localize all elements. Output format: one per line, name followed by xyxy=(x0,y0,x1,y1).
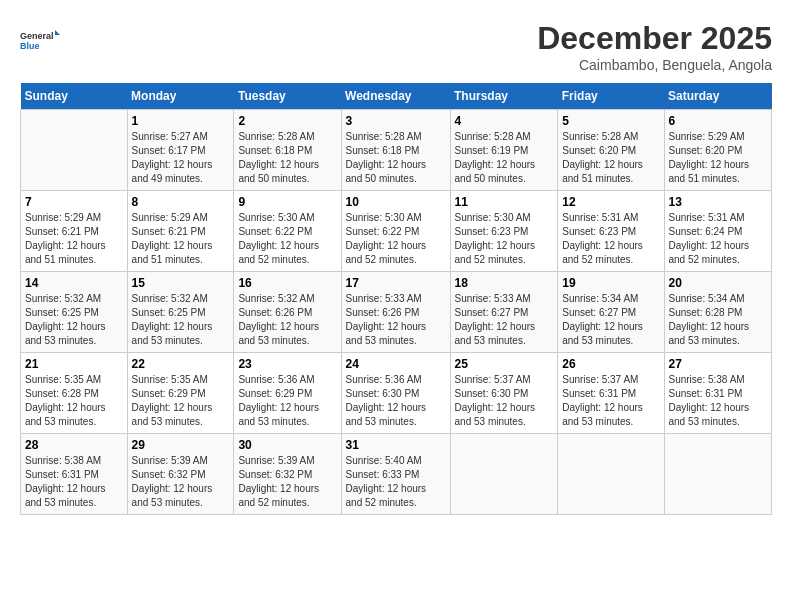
calendar-cell: 9Sunrise: 5:30 AM Sunset: 6:22 PM Daylig… xyxy=(234,191,341,272)
cell-info: Sunrise: 5:40 AM Sunset: 6:33 PM Dayligh… xyxy=(346,454,446,510)
calendar-cell: 15Sunrise: 5:32 AM Sunset: 6:25 PM Dayli… xyxy=(127,272,234,353)
cell-info: Sunrise: 5:30 AM Sunset: 6:22 PM Dayligh… xyxy=(346,211,446,267)
date-number: 3 xyxy=(346,114,446,128)
calendar-cell: 8Sunrise: 5:29 AM Sunset: 6:21 PM Daylig… xyxy=(127,191,234,272)
calendar-cell: 29Sunrise: 5:39 AM Sunset: 6:32 PM Dayli… xyxy=(127,434,234,515)
calendar-cell: 26Sunrise: 5:37 AM Sunset: 6:31 PM Dayli… xyxy=(558,353,664,434)
calendar-cell: 4Sunrise: 5:28 AM Sunset: 6:19 PM Daylig… xyxy=(450,110,558,191)
calendar-table: SundayMondayTuesdayWednesdayThursdayFrid… xyxy=(20,83,772,515)
cell-info: Sunrise: 5:32 AM Sunset: 6:25 PM Dayligh… xyxy=(25,292,123,348)
calendar-cell xyxy=(21,110,128,191)
date-number: 27 xyxy=(669,357,768,371)
cell-info: Sunrise: 5:31 AM Sunset: 6:24 PM Dayligh… xyxy=(669,211,768,267)
svg-text:Blue: Blue xyxy=(20,41,40,51)
calendar-day-header: Saturday xyxy=(664,83,772,110)
calendar-header-row: SundayMondayTuesdayWednesdayThursdayFrid… xyxy=(21,83,772,110)
date-number: 23 xyxy=(238,357,336,371)
calendar-cell: 6Sunrise: 5:29 AM Sunset: 6:20 PM Daylig… xyxy=(664,110,772,191)
calendar-cell: 21Sunrise: 5:35 AM Sunset: 6:28 PM Dayli… xyxy=(21,353,128,434)
calendar-cell: 5Sunrise: 5:28 AM Sunset: 6:20 PM Daylig… xyxy=(558,110,664,191)
cell-info: Sunrise: 5:29 AM Sunset: 6:21 PM Dayligh… xyxy=(132,211,230,267)
date-number: 4 xyxy=(455,114,554,128)
calendar-day-header: Tuesday xyxy=(234,83,341,110)
date-number: 7 xyxy=(25,195,123,209)
date-number: 5 xyxy=(562,114,659,128)
calendar-cell: 20Sunrise: 5:34 AM Sunset: 6:28 PM Dayli… xyxy=(664,272,772,353)
calendar-cell: 13Sunrise: 5:31 AM Sunset: 6:24 PM Dayli… xyxy=(664,191,772,272)
calendar-day-header: Monday xyxy=(127,83,234,110)
cell-info: Sunrise: 5:29 AM Sunset: 6:21 PM Dayligh… xyxy=(25,211,123,267)
calendar-row: 28Sunrise: 5:38 AM Sunset: 6:31 PM Dayli… xyxy=(21,434,772,515)
title-section: December 2025 Caimbambo, Benguela, Angol… xyxy=(537,20,772,73)
date-number: 19 xyxy=(562,276,659,290)
calendar-body: 1Sunrise: 5:27 AM Sunset: 6:17 PM Daylig… xyxy=(21,110,772,515)
date-number: 22 xyxy=(132,357,230,371)
cell-info: Sunrise: 5:33 AM Sunset: 6:26 PM Dayligh… xyxy=(346,292,446,348)
calendar-cell: 23Sunrise: 5:36 AM Sunset: 6:29 PM Dayli… xyxy=(234,353,341,434)
date-number: 1 xyxy=(132,114,230,128)
cell-info: Sunrise: 5:37 AM Sunset: 6:31 PM Dayligh… xyxy=(562,373,659,429)
cell-info: Sunrise: 5:31 AM Sunset: 6:23 PM Dayligh… xyxy=(562,211,659,267)
calendar-row: 1Sunrise: 5:27 AM Sunset: 6:17 PM Daylig… xyxy=(21,110,772,191)
date-number: 17 xyxy=(346,276,446,290)
cell-info: Sunrise: 5:28 AM Sunset: 6:18 PM Dayligh… xyxy=(238,130,336,186)
date-number: 28 xyxy=(25,438,123,452)
cell-info: Sunrise: 5:35 AM Sunset: 6:28 PM Dayligh… xyxy=(25,373,123,429)
calendar-cell: 24Sunrise: 5:36 AM Sunset: 6:30 PM Dayli… xyxy=(341,353,450,434)
cell-info: Sunrise: 5:38 AM Sunset: 6:31 PM Dayligh… xyxy=(25,454,123,510)
calendar-cell: 25Sunrise: 5:37 AM Sunset: 6:30 PM Dayli… xyxy=(450,353,558,434)
calendar-cell: 2Sunrise: 5:28 AM Sunset: 6:18 PM Daylig… xyxy=(234,110,341,191)
calendar-cell xyxy=(450,434,558,515)
calendar-cell: 22Sunrise: 5:35 AM Sunset: 6:29 PM Dayli… xyxy=(127,353,234,434)
svg-text:General: General xyxy=(20,31,54,41)
date-number: 31 xyxy=(346,438,446,452)
main-title: December 2025 xyxy=(537,20,772,57)
cell-info: Sunrise: 5:38 AM Sunset: 6:31 PM Dayligh… xyxy=(669,373,768,429)
cell-info: Sunrise: 5:32 AM Sunset: 6:25 PM Dayligh… xyxy=(132,292,230,348)
date-number: 25 xyxy=(455,357,554,371)
calendar-cell: 30Sunrise: 5:39 AM Sunset: 6:32 PM Dayli… xyxy=(234,434,341,515)
date-number: 10 xyxy=(346,195,446,209)
calendar-cell: 16Sunrise: 5:32 AM Sunset: 6:26 PM Dayli… xyxy=(234,272,341,353)
cell-info: Sunrise: 5:27 AM Sunset: 6:17 PM Dayligh… xyxy=(132,130,230,186)
subtitle: Caimbambo, Benguela, Angola xyxy=(537,57,772,73)
cell-info: Sunrise: 5:34 AM Sunset: 6:28 PM Dayligh… xyxy=(669,292,768,348)
calendar-cell: 10Sunrise: 5:30 AM Sunset: 6:22 PM Dayli… xyxy=(341,191,450,272)
calendar-cell: 18Sunrise: 5:33 AM Sunset: 6:27 PM Dayli… xyxy=(450,272,558,353)
calendar-cell: 12Sunrise: 5:31 AM Sunset: 6:23 PM Dayli… xyxy=(558,191,664,272)
date-number: 15 xyxy=(132,276,230,290)
cell-info: Sunrise: 5:32 AM Sunset: 6:26 PM Dayligh… xyxy=(238,292,336,348)
cell-info: Sunrise: 5:28 AM Sunset: 6:18 PM Dayligh… xyxy=(346,130,446,186)
calendar-cell: 27Sunrise: 5:38 AM Sunset: 6:31 PM Dayli… xyxy=(664,353,772,434)
cell-info: Sunrise: 5:39 AM Sunset: 6:32 PM Dayligh… xyxy=(238,454,336,510)
calendar-day-header: Wednesday xyxy=(341,83,450,110)
date-number: 11 xyxy=(455,195,554,209)
cell-info: Sunrise: 5:36 AM Sunset: 6:30 PM Dayligh… xyxy=(346,373,446,429)
date-number: 13 xyxy=(669,195,768,209)
cell-info: Sunrise: 5:33 AM Sunset: 6:27 PM Dayligh… xyxy=(455,292,554,348)
calendar-cell: 3Sunrise: 5:28 AM Sunset: 6:18 PM Daylig… xyxy=(341,110,450,191)
cell-info: Sunrise: 5:35 AM Sunset: 6:29 PM Dayligh… xyxy=(132,373,230,429)
calendar-row: 7Sunrise: 5:29 AM Sunset: 6:21 PM Daylig… xyxy=(21,191,772,272)
calendar-row: 21Sunrise: 5:35 AM Sunset: 6:28 PM Dayli… xyxy=(21,353,772,434)
cell-info: Sunrise: 5:36 AM Sunset: 6:29 PM Dayligh… xyxy=(238,373,336,429)
calendar-cell: 28Sunrise: 5:38 AM Sunset: 6:31 PM Dayli… xyxy=(21,434,128,515)
svg-marker-2 xyxy=(55,30,60,35)
date-number: 18 xyxy=(455,276,554,290)
calendar-cell: 19Sunrise: 5:34 AM Sunset: 6:27 PM Dayli… xyxy=(558,272,664,353)
logo-svg: General Blue xyxy=(20,20,60,60)
header: General Blue December 2025 Caimbambo, Be… xyxy=(20,20,772,73)
calendar-day-header: Sunday xyxy=(21,83,128,110)
logo: General Blue xyxy=(20,20,60,60)
date-number: 6 xyxy=(669,114,768,128)
date-number: 12 xyxy=(562,195,659,209)
date-number: 29 xyxy=(132,438,230,452)
cell-info: Sunrise: 5:30 AM Sunset: 6:23 PM Dayligh… xyxy=(455,211,554,267)
cell-info: Sunrise: 5:28 AM Sunset: 6:20 PM Dayligh… xyxy=(562,130,659,186)
calendar-day-header: Friday xyxy=(558,83,664,110)
cell-info: Sunrise: 5:30 AM Sunset: 6:22 PM Dayligh… xyxy=(238,211,336,267)
date-number: 14 xyxy=(25,276,123,290)
calendar-row: 14Sunrise: 5:32 AM Sunset: 6:25 PM Dayli… xyxy=(21,272,772,353)
date-number: 16 xyxy=(238,276,336,290)
calendar-cell: 17Sunrise: 5:33 AM Sunset: 6:26 PM Dayli… xyxy=(341,272,450,353)
